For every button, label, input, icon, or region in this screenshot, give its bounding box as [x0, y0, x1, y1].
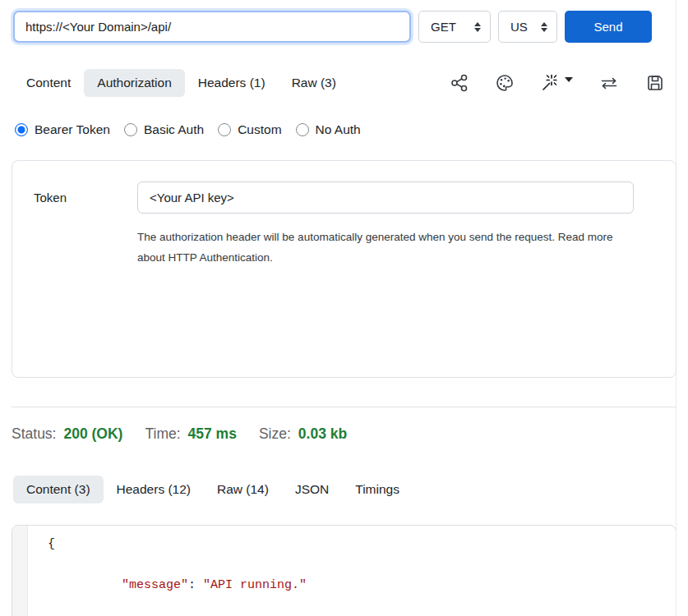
request-tabs: Content Authorization Headers (1) Raw (3…	[13, 69, 675, 97]
auth-panel: Token The authorization header will be a…	[12, 160, 676, 378]
swap-arrows-icon[interactable]	[598, 73, 620, 93]
radio-unchecked-icon	[218, 123, 231, 136]
token-helper-line1: The authorization header will be automat…	[137, 227, 613, 247]
token-input[interactable]	[137, 182, 634, 214]
json-open-brace: {	[48, 534, 307, 554]
radio-unchecked-icon	[296, 123, 309, 136]
request-bar: GET US Send	[13, 11, 688, 43]
tab-response-timings[interactable]: Timings	[342, 476, 413, 503]
region-select[interactable]: US	[498, 11, 557, 43]
tab-response-raw[interactable]: Raw (14)	[204, 476, 282, 503]
status-label: Status:	[12, 425, 56, 443]
radio-unchecked-icon	[124, 123, 137, 136]
response-body: { "message": "API running." }	[12, 525, 676, 616]
radio-bearer-token-label: Bearer Token	[35, 122, 110, 137]
method-select-value: GET	[431, 20, 456, 34]
json-key: "message"	[122, 578, 188, 592]
share-icon[interactable]	[450, 73, 469, 93]
time-value: 457 ms	[188, 425, 237, 443]
chevron-down-icon	[565, 77, 573, 82]
token-helper-line2: about HTTP Authentication.	[137, 247, 613, 268]
radio-bearer-token[interactable]: Bearer Token	[15, 122, 110, 137]
size-value: 0.03 kb	[298, 425, 347, 443]
radio-basic-auth-label: Basic Auth	[144, 122, 204, 137]
token-label: Token	[34, 191, 67, 205]
status-pair: Status: 200 (OK)	[12, 425, 122, 443]
tab-content[interactable]: Content	[13, 69, 84, 97]
json-value: "API running."	[203, 578, 307, 592]
status-value: 200 (OK)	[63, 425, 122, 443]
token-helper-text: The authorization header will be automat…	[137, 227, 613, 268]
save-icon[interactable]	[645, 73, 665, 93]
tab-response-json[interactable]: JSON	[282, 476, 342, 503]
response-summary: Status: 200 (OK) Time: 457 ms Size: 0.03…	[12, 425, 688, 443]
auth-type-options: Bearer Token Basic Auth Custom No Auth	[15, 122, 688, 137]
json-separator: :	[188, 578, 203, 592]
size-label: Size:	[259, 425, 291, 443]
tab-headers[interactable]: Headers (1)	[185, 69, 279, 97]
select-arrows-icon	[474, 22, 481, 32]
radio-no-auth-label: No Auth	[316, 122, 361, 137]
send-button[interactable]: Send	[565, 11, 652, 43]
time-label: Time:	[145, 425, 180, 443]
radio-checked-icon	[15, 123, 28, 136]
magic-wand-icon[interactable]	[540, 73, 573, 93]
size-pair: Size: 0.03 kb	[259, 425, 347, 443]
radio-custom[interactable]: Custom	[218, 122, 281, 137]
request-toolbar	[450, 73, 675, 93]
code-gutter	[12, 526, 28, 616]
radio-basic-auth[interactable]: Basic Auth	[124, 122, 204, 137]
tab-response-content[interactable]: Content (3)	[13, 476, 104, 503]
section-divider	[12, 407, 676, 407]
select-arrows-icon	[541, 22, 547, 32]
json-message-line: "message": "API running."	[48, 554, 307, 616]
palette-icon[interactable]	[495, 73, 515, 93]
method-select[interactable]: GET	[418, 11, 491, 43]
radio-custom-label: Custom	[238, 122, 281, 137]
tab-raw[interactable]: Raw (3)	[279, 69, 349, 97]
region-select-value: US	[510, 20, 528, 34]
tab-response-headers[interactable]: Headers (12)	[104, 476, 204, 503]
time-pair: Time: 457 ms	[145, 425, 236, 443]
radio-no-auth[interactable]: No Auth	[296, 122, 361, 137]
url-input[interactable]	[13, 11, 411, 43]
response-json-content: { "message": "API running." }	[28, 526, 307, 616]
tab-authorization[interactable]: Authorization	[84, 69, 184, 97]
response-tabs: Content (3) Headers (12) Raw (14) JSON T…	[13, 476, 675, 503]
